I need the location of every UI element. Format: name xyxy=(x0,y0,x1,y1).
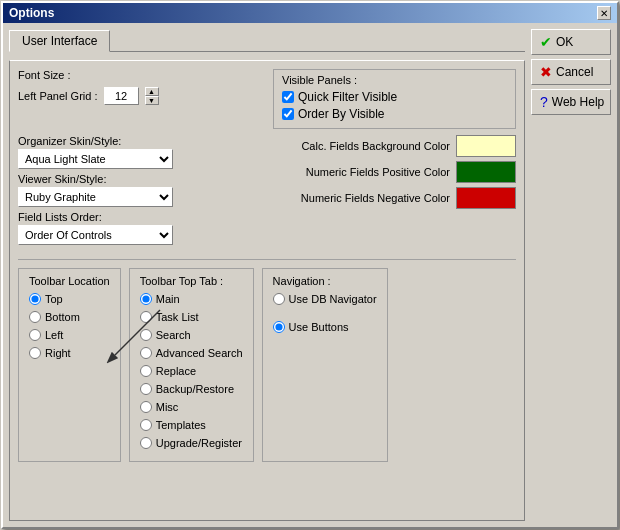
tab-backup-label: Backup/Restore xyxy=(156,383,234,395)
left-panel-grid-label: Left Panel Grid : xyxy=(18,90,98,102)
tab-advanced-search-radio[interactable] xyxy=(140,347,152,359)
tab-search-row: Search xyxy=(140,329,243,341)
tab-upgrade-row: Upgrade/Register xyxy=(140,437,243,449)
tab-advanced-search-label: Advanced Search xyxy=(156,347,243,359)
toolbar-right-label: Right xyxy=(45,347,71,359)
toolbar-top-label: Top xyxy=(45,293,63,305)
close-button[interactable]: ✕ xyxy=(597,6,611,20)
dialog-body: User Interface Font Size : Left Panel Gr… xyxy=(3,23,617,527)
tab-strip: User Interface xyxy=(9,29,525,52)
tab-main-radio[interactable] xyxy=(140,293,152,305)
calc-bg-label: Calc. Fields Background Color xyxy=(270,140,450,152)
visible-panels-group: Visible Panels : Quick Filter Visible Or… xyxy=(273,69,516,129)
organizer-skin-group: Organizer Skin/Style: Aqua Light Slate D… xyxy=(18,135,258,169)
tab-main-label: Main xyxy=(156,293,180,305)
help-icon: ? xyxy=(540,94,548,110)
colors-section: Calc. Fields Background Color Numeric Fi… xyxy=(270,135,516,249)
selects-section: Organizer Skin/Style: Aqua Light Slate D… xyxy=(18,135,258,249)
font-size-label: Font Size : xyxy=(18,69,71,81)
cancel-icon: ✖ xyxy=(540,64,552,80)
nav-db-navigator-radio[interactable] xyxy=(273,293,285,305)
bottom-section: Toolbar Location Top Bottom Left xyxy=(18,259,516,462)
main-content: User Interface Font Size : Left Panel Gr… xyxy=(9,29,525,521)
ok-label: OK xyxy=(556,35,573,49)
quick-filter-checkbox[interactable] xyxy=(282,91,294,103)
ok-icon: ✔ xyxy=(540,34,552,50)
numeric-negative-swatch[interactable] xyxy=(456,187,516,209)
dialog-title: Options xyxy=(9,6,54,20)
left-panel-grid-row: Left Panel Grid : ▲ ▼ xyxy=(18,87,261,105)
toolbar-top-row: Top xyxy=(29,293,110,305)
navigation-title: Navigation : xyxy=(273,275,377,287)
tab-upgrade-radio[interactable] xyxy=(140,437,152,449)
order-by-row: Order By Visible xyxy=(282,107,507,121)
tab-misc-radio[interactable] xyxy=(140,401,152,413)
toolbar-top-tab-group: Toolbar Top Tab : Main Task List Search xyxy=(129,268,254,462)
tab-templates-radio[interactable] xyxy=(140,419,152,431)
tab-replace-radio[interactable] xyxy=(140,365,152,377)
tab-search-label: Search xyxy=(156,329,191,341)
title-bar: Options ✕ xyxy=(3,3,617,23)
cancel-label: Cancel xyxy=(556,65,593,79)
cancel-button[interactable]: ✖ Cancel xyxy=(531,59,611,85)
tab-upgrade-label: Upgrade/Register xyxy=(156,437,242,449)
help-button[interactable]: ? Web Help xyxy=(531,89,611,115)
tab-main-row: Main xyxy=(140,293,243,305)
calc-bg-swatch[interactable] xyxy=(456,135,516,157)
toolbar-right-row: Right xyxy=(29,347,110,359)
toolbar-left-label: Left xyxy=(45,329,63,341)
organizer-skin-label: Organizer Skin/Style: xyxy=(18,135,258,147)
help-label: Web Help xyxy=(552,95,604,109)
left-top: Font Size : Left Panel Grid : ▲ ▼ xyxy=(18,69,261,129)
font-size-input[interactable] xyxy=(104,87,139,105)
tab-replace-row: Replace xyxy=(140,365,243,377)
toolbar-top-radio[interactable] xyxy=(29,293,41,305)
right-top: Visible Panels : Quick Filter Visible Or… xyxy=(273,69,516,129)
toolbar-top-tab-title: Toolbar Top Tab : xyxy=(140,275,243,287)
numeric-positive-swatch[interactable] xyxy=(456,161,516,183)
ok-button[interactable]: ✔ OK xyxy=(531,29,611,55)
spinner-buttons: ▲ ▼ xyxy=(145,87,159,105)
toolbar-left-radio[interactable] xyxy=(29,329,41,341)
spinner-up[interactable]: ▲ xyxy=(145,87,159,96)
nav-db-navigator-row: Use DB Navigator xyxy=(273,293,377,305)
tab-backup-radio[interactable] xyxy=(140,383,152,395)
main-panel: Font Size : Left Panel Grid : ▲ ▼ xyxy=(9,60,525,521)
nav-use-buttons-radio[interactable] xyxy=(273,321,285,333)
tab-misc-label: Misc xyxy=(156,401,179,413)
selects-colors-section: Organizer Skin/Style: Aqua Light Slate D… xyxy=(18,135,516,249)
viewer-skin-label: Viewer Skin/Style: xyxy=(18,173,258,185)
toolbar-bottom-label: Bottom xyxy=(45,311,80,323)
field-lists-order-select[interactable]: Order Of Controls Alphabetical xyxy=(18,225,173,245)
tab-advanced-search-row: Advanced Search xyxy=(140,347,243,359)
toolbar-right-radio[interactable] xyxy=(29,347,41,359)
toolbar-location-group: Toolbar Location Top Bottom Left xyxy=(18,268,121,462)
visible-panels-label: Visible Panels : xyxy=(282,74,507,86)
toolbar-bottom-radio[interactable] xyxy=(29,311,41,323)
order-by-checkbox[interactable] xyxy=(282,108,294,120)
tab-backup-row: Backup/Restore xyxy=(140,383,243,395)
organizer-skin-select[interactable]: Aqua Light Slate Default xyxy=(18,149,173,169)
spinner-down[interactable]: ▼ xyxy=(145,96,159,105)
tab-misc-row: Misc xyxy=(140,401,243,413)
nav-db-navigator-label: Use DB Navigator xyxy=(289,293,377,305)
quick-filter-label: Quick Filter Visible xyxy=(298,90,397,104)
tab-tasklist-label: Task List xyxy=(156,311,199,323)
calc-bg-color-row: Calc. Fields Background Color xyxy=(270,135,516,157)
viewer-skin-select[interactable]: Ruby Graphite Default xyxy=(18,187,173,207)
numeric-negative-row: Numeric Fields Negative Color xyxy=(270,187,516,209)
font-size-group: Font Size : xyxy=(18,69,261,81)
viewer-skin-group: Viewer Skin/Style: Ruby Graphite Default xyxy=(18,173,258,207)
order-by-label: Order By Visible xyxy=(298,107,384,121)
sidebar-buttons: ✔ OK ✖ Cancel ? Web Help xyxy=(531,29,611,521)
nav-use-buttons-row: Use Buttons xyxy=(273,321,377,333)
tab-tasklist-radio[interactable] xyxy=(140,311,152,323)
field-lists-order-group: Field Lists Order: Order Of Controls Alp… xyxy=(18,211,258,245)
field-lists-order-label: Field Lists Order: xyxy=(18,211,258,223)
tab-search-radio[interactable] xyxy=(140,329,152,341)
numeric-positive-row: Numeric Fields Positive Color xyxy=(270,161,516,183)
toolbar-left-row: Left xyxy=(29,329,110,341)
tab-user-interface[interactable]: User Interface xyxy=(9,30,110,52)
toolbar-bottom-row: Bottom xyxy=(29,311,110,323)
tab-replace-label: Replace xyxy=(156,365,196,377)
